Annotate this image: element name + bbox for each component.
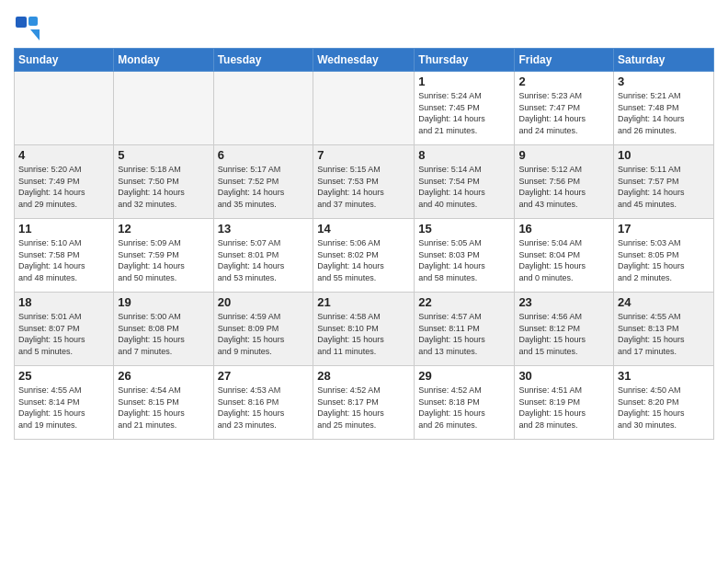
calendar-week-row: 4Sunrise: 5:20 AM Sunset: 7:49 PM Daylig… [15,145,714,219]
calendar-cell [213,72,313,145]
day-number: 30 [518,369,609,383]
day-number: 21 [317,295,410,309]
calendar-cell [15,72,114,145]
calendar-cell: 20Sunrise: 4:59 AM Sunset: 8:09 PM Dayli… [213,293,313,366]
day-number: 22 [418,295,510,309]
calendar-table: SundayMondayTuesdayWednesdayThursdayFrid… [14,48,714,440]
calendar-cell: 23Sunrise: 4:56 AM Sunset: 8:12 PM Dayli… [515,293,614,366]
day-number: 15 [418,222,510,236]
day-number: 19 [118,295,209,309]
day-info: Sunrise: 4:58 AM Sunset: 8:10 PM Dayligh… [317,311,410,357]
day-number: 3 [618,75,710,88]
day-number: 9 [518,148,609,162]
day-number: 29 [418,369,510,383]
day-info: Sunrise: 5:10 AM Sunset: 7:58 PM Dayligh… [18,237,109,283]
day-info: Sunrise: 5:14 AM Sunset: 7:54 PM Dayligh… [418,164,510,210]
day-info: Sunrise: 5:04 AM Sunset: 8:04 PM Dayligh… [518,237,609,283]
calendar-week-row: 1Sunrise: 5:24 AM Sunset: 7:45 PM Daylig… [15,72,714,145]
calendar-cell: 11Sunrise: 5:10 AM Sunset: 7:58 PM Dayli… [15,219,114,293]
logo [14,15,43,40]
calendar-cell: 21Sunrise: 4:58 AM Sunset: 8:10 PM Dayli… [313,293,415,366]
day-number: 23 [518,295,609,309]
calendar-cell: 18Sunrise: 5:01 AM Sunset: 8:07 PM Dayli… [15,293,114,366]
day-info: Sunrise: 5:05 AM Sunset: 8:03 PM Dayligh… [418,237,510,283]
day-number: 17 [618,222,710,236]
day-info: Sunrise: 5:07 AM Sunset: 8:01 PM Dayligh… [218,237,310,283]
calendar-cell: 3Sunrise: 5:21 AM Sunset: 7:48 PM Daylig… [614,72,714,145]
calendar-cell: 9Sunrise: 5:12 AM Sunset: 7:56 PM Daylig… [515,145,614,219]
day-info: Sunrise: 5:01 AM Sunset: 8:07 PM Dayligh… [18,311,109,357]
calendar-cell [313,72,415,145]
calendar-cell: 16Sunrise: 5:04 AM Sunset: 8:04 PM Dayli… [515,219,614,293]
day-number: 6 [218,148,310,162]
calendar-cell: 28Sunrise: 4:52 AM Sunset: 8:17 PM Dayli… [313,366,415,440]
day-number: 13 [218,222,310,236]
day-number: 18 [18,295,109,309]
day-info: Sunrise: 4:55 AM Sunset: 8:14 PM Dayligh… [18,385,109,431]
day-number: 24 [618,295,710,309]
day-info: Sunrise: 5:11 AM Sunset: 7:57 PM Dayligh… [618,164,710,210]
calendar-cell: 7Sunrise: 5:15 AM Sunset: 7:53 PM Daylig… [313,145,415,219]
day-info: Sunrise: 5:03 AM Sunset: 8:05 PM Dayligh… [618,237,710,283]
calendar-cell: 31Sunrise: 4:50 AM Sunset: 8:20 PM Dayli… [614,366,714,440]
day-number: 7 [317,148,410,162]
calendar-cell: 26Sunrise: 4:54 AM Sunset: 8:15 PM Dayli… [114,366,213,440]
day-info: Sunrise: 5:20 AM Sunset: 7:49 PM Dayligh… [18,164,109,210]
calendar-cell: 30Sunrise: 4:51 AM Sunset: 8:19 PM Dayli… [515,366,614,440]
day-number: 26 [118,369,209,383]
calendar-cell: 17Sunrise: 5:03 AM Sunset: 8:05 PM Dayli… [614,219,714,293]
svg-marker-2 [30,29,40,40]
day-number: 4 [18,148,109,162]
weekday-header: Friday [515,49,614,72]
day-number: 2 [518,75,609,88]
day-info: Sunrise: 4:52 AM Sunset: 8:18 PM Dayligh… [418,385,510,431]
calendar-cell: 22Sunrise: 4:57 AM Sunset: 8:11 PM Dayli… [415,293,515,366]
day-info: Sunrise: 5:12 AM Sunset: 7:56 PM Dayligh… [518,164,609,210]
calendar-cell: 12Sunrise: 5:09 AM Sunset: 7:59 PM Dayli… [114,219,213,293]
calendar-cell: 24Sunrise: 4:55 AM Sunset: 8:13 PM Dayli… [614,293,714,366]
day-number: 10 [618,148,710,162]
day-number: 27 [218,369,310,383]
day-info: Sunrise: 4:59 AM Sunset: 8:09 PM Dayligh… [218,311,310,357]
calendar-cell: 4Sunrise: 5:20 AM Sunset: 7:49 PM Daylig… [15,145,114,219]
weekday-header: Thursday [415,49,515,72]
calendar-cell [114,72,213,145]
logo-icon [14,15,40,40]
day-info: Sunrise: 5:17 AM Sunset: 7:52 PM Dayligh… [218,164,310,210]
day-number: 5 [118,148,209,162]
svg-rect-0 [16,17,27,28]
calendar-cell: 27Sunrise: 4:53 AM Sunset: 8:16 PM Dayli… [213,366,313,440]
day-info: Sunrise: 4:51 AM Sunset: 8:19 PM Dayligh… [518,385,609,431]
day-number: 12 [118,222,209,236]
calendar-cell: 13Sunrise: 5:07 AM Sunset: 8:01 PM Dayli… [213,219,313,293]
day-number: 25 [18,369,109,383]
calendar-cell: 6Sunrise: 5:17 AM Sunset: 7:52 PM Daylig… [213,145,313,219]
calendar-week-row: 18Sunrise: 5:01 AM Sunset: 8:07 PM Dayli… [15,293,714,366]
day-info: Sunrise: 4:54 AM Sunset: 8:15 PM Dayligh… [118,385,209,431]
svg-rect-1 [28,17,38,26]
day-info: Sunrise: 4:53 AM Sunset: 8:16 PM Dayligh… [218,385,310,431]
weekday-header: Tuesday [213,49,313,72]
day-info: Sunrise: 4:50 AM Sunset: 8:20 PM Dayligh… [618,385,710,431]
calendar-week-row: 11Sunrise: 5:10 AM Sunset: 7:58 PM Dayli… [15,219,714,293]
day-number: 20 [218,295,310,309]
day-number: 11 [18,222,109,236]
calendar-cell: 29Sunrise: 4:52 AM Sunset: 8:18 PM Dayli… [415,366,515,440]
calendar-cell: 5Sunrise: 5:18 AM Sunset: 7:50 PM Daylig… [114,145,213,219]
calendar-cell: 10Sunrise: 5:11 AM Sunset: 7:57 PM Dayli… [614,145,714,219]
calendar-cell: 15Sunrise: 5:05 AM Sunset: 8:03 PM Dayli… [415,219,515,293]
calendar-week-row: 25Sunrise: 4:55 AM Sunset: 8:14 PM Dayli… [15,366,714,440]
day-number: 8 [418,148,510,162]
calendar-cell: 19Sunrise: 5:00 AM Sunset: 8:08 PM Dayli… [114,293,213,366]
day-info: Sunrise: 5:09 AM Sunset: 7:59 PM Dayligh… [118,237,209,283]
day-number: 28 [317,369,410,383]
calendar-cell: 2Sunrise: 5:23 AM Sunset: 7:47 PM Daylig… [515,72,614,145]
day-info: Sunrise: 4:52 AM Sunset: 8:17 PM Dayligh… [317,385,410,431]
day-number: 14 [317,222,410,236]
calendar-cell: 14Sunrise: 5:06 AM Sunset: 8:02 PM Dayli… [313,219,415,293]
day-number: 16 [518,222,609,236]
header [14,9,714,40]
weekday-header: Sunday [15,49,114,72]
day-info: Sunrise: 5:18 AM Sunset: 7:50 PM Dayligh… [118,164,209,210]
day-info: Sunrise: 5:23 AM Sunset: 7:47 PM Dayligh… [518,90,609,136]
